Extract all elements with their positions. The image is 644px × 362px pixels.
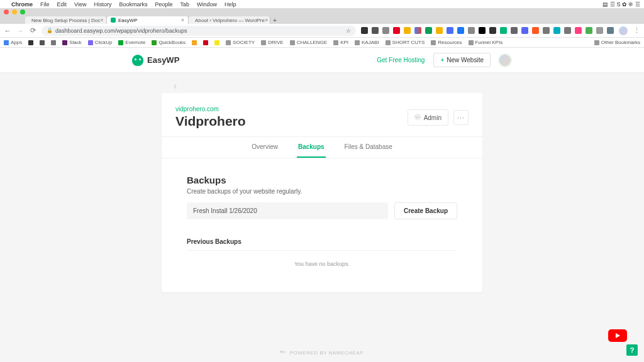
menu-window[interactable]: Window [197,1,217,8]
ext-icon[interactable] [404,27,411,34]
user-avatar[interactable] [498,53,512,67]
tab-backups[interactable]: Backups [297,137,326,158]
bookmark-folder[interactable]: DRIVE [261,40,283,45]
bookmarks-bar: Apps Slack ClickUp Evernote QuickBooks S… [0,38,644,48]
site-domain[interactable]: vidprohero.com [175,106,246,112]
bookmark-item[interactable] [192,40,197,45]
back-button[interactable]: ← [4,27,11,35]
bookmark-folder[interactable]: SOCIETY [226,40,255,45]
create-backup-button[interactable]: Create Backup [394,202,457,219]
forward-button[interactable]: → [16,27,24,35]
menu-tab[interactable]: Tab [180,1,189,8]
browser-tab[interactable]: New Blog Setup Process | Doc × [25,16,107,24]
ext-icon[interactable] [468,27,475,34]
bookmark-item[interactable] [40,40,45,45]
new-tab-button[interactable]: + [270,16,279,24]
youtube-icon[interactable] [608,329,627,342]
new-website-button[interactable]: + New Website [433,53,491,67]
get-hosting-link[interactable]: Get Free Hosting [377,57,425,63]
bookmark-item[interactable] [214,40,219,45]
tab-files-database[interactable]: Files & Database [343,137,394,158]
ext-icon[interactable] [414,27,421,34]
back-chevron-icon[interactable]: ‹ [174,80,177,92]
ext-icon[interactable] [361,27,368,34]
close-icon[interactable]: × [265,17,268,23]
bookmark-apps[interactable]: Apps [4,40,22,45]
bookmark-slack[interactable]: Slack [62,40,82,45]
ext-icon[interactable] [393,27,400,34]
lock-icon: 🔒 [47,28,53,33]
ext-icon[interactable] [489,27,496,34]
ext-icon[interactable] [511,27,518,34]
menu-edit[interactable]: Edit [57,1,67,8]
ext-icon[interactable] [457,27,464,34]
backup-name-input[interactable] [187,202,388,219]
close-icon[interactable]: × [100,17,103,23]
menu-help[interactable]: Help [225,1,236,8]
no-backups-message: You have no backups. [187,261,457,267]
menu-file[interactable]: File [40,1,50,8]
ext-icon[interactable] [425,27,432,34]
bookmark-folder[interactable]: KAJABI [355,40,379,45]
menu-people[interactable]: People [155,1,172,8]
menubar-app[interactable]: Chrome [11,1,33,8]
profile-avatar[interactable] [619,26,628,35]
close-icon[interactable]: × [181,17,184,23]
traffic-close-icon[interactable] [4,9,9,14]
bookmark-folder[interactable]: KPI [333,40,348,45]
ext-icon[interactable] [543,27,550,34]
browser-tab[interactable]: About ‹ Vidprohero — WordPre × [189,16,270,24]
menu-view[interactable]: View [74,1,86,8]
bookmark-other[interactable]: Other Bookmarks [594,40,640,45]
ext-icon[interactable] [447,27,453,34]
traffic-min-icon[interactable] [12,9,17,14]
chrome-menu-icon[interactable]: ⋮ [633,27,640,35]
more-options-button[interactable]: ··· [453,110,469,125]
ext-icon[interactable] [479,27,486,34]
ext-icon[interactable] [596,27,603,34]
ext-icon[interactable] [382,27,389,34]
menu-bookmarks[interactable]: Bookmarks [119,1,147,8]
bookmark-item[interactable] [203,40,208,45]
url-input[interactable]: 🔒 dashboard.easywp.com/wpapps/vidprohero… [42,26,356,36]
ext-icon[interactable] [575,27,582,34]
ext-icon[interactable] [372,27,379,34]
wordpress-icon: ⓦ [414,113,421,122]
new-website-label: New Website [447,57,484,63]
tab-overview[interactable]: Overview [250,137,279,158]
ext-icon[interactable] [436,27,443,34]
ext-icon[interactable] [564,27,571,34]
bookmark-folder[interactable]: CHALLENGE [290,40,327,45]
bookmark-evernote[interactable]: Evernote [118,40,145,45]
menubar-status-icons[interactable]: ▤ ☰ S ✿ ❊ ☰ [602,1,640,8]
ext-icon[interactable] [500,27,507,34]
ext-icon[interactable] [553,27,560,34]
traffic-max-icon[interactable] [20,9,25,14]
footer-text: POWERED BY NAMECHEAP [290,350,364,356]
bookmark-item[interactable] [51,40,56,45]
bookmark-folder[interactable]: Resources [431,40,462,45]
ext-icon[interactable] [607,27,614,34]
reload-button[interactable]: ⟳ [29,27,36,35]
bookmark-item[interactable] [28,40,33,45]
help-button[interactable]: ? [626,344,638,356]
ext-icon[interactable] [532,27,539,34]
easywp-logo[interactable]: EasyWP [132,55,179,66]
tab-title: EasyWP [118,18,138,23]
url-text: dashboard.easywp.com/wpapps/vidprohero/b… [55,28,187,34]
ext-icon[interactable] [521,27,528,34]
bookmark-folder[interactable]: SHORT CUTS [386,40,425,45]
extension-icons [361,27,614,34]
star-icon[interactable]: ☆ [346,28,351,34]
admin-button[interactable]: ⓦ Admin [408,109,448,126]
bookmark-clickup[interactable]: ClickUp [88,40,113,45]
bookmark-folder[interactable]: Funnel KPIs [469,40,503,45]
content-area: ‹ vidprohero.com Vidprohero ⓦ Admin ··· … [0,73,644,362]
browser-tab-active[interactable]: EasyWP × [107,16,189,24]
menu-history[interactable]: History [94,1,111,8]
section-title: Backups [187,175,457,185]
ext-icon[interactable] [586,27,592,34]
brand-name: EasyWP [147,55,179,65]
bookmark-quickbooks[interactable]: QuickBooks [152,40,186,45]
plus-icon: + [440,57,444,63]
